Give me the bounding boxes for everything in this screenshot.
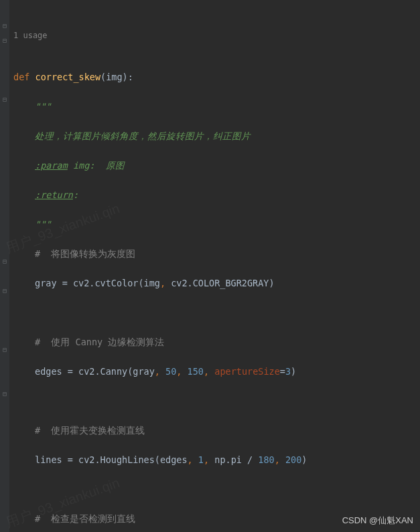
code-editor: ⊟ ⊟ ⊟ ⊟ ⊟ ⊟ ⊟ 1 usage def correct_skew(i…: [0, 0, 420, 532]
fold-icon[interactable]: ⊟: [1, 347, 8, 353]
footer-credit: CSDN @仙魁XAN: [342, 515, 413, 527]
num: 3: [285, 366, 291, 377]
fold-icon[interactable]: ⊟: [1, 391, 8, 397]
code-text: gray = cv2.cvtColor(img: [35, 278, 160, 288]
comment: # 将图像转换为灰度图: [35, 248, 135, 259]
code-area[interactable]: 1 usage def correct_skew(img): """ 处理，计算…: [9, 0, 420, 532]
num: 200: [285, 454, 301, 465]
fold-icon[interactable]: ⊟: [1, 37, 8, 44]
fold-icon[interactable]: ⊟: [1, 96, 8, 103]
fold-icon[interactable]: ⊟: [1, 258, 8, 265]
num: 180: [258, 454, 274, 465]
func-name: correct_skew: [36, 72, 101, 82]
gutter: ⊟ ⊟ ⊟ ⊟ ⊟ ⊟ ⊟: [0, 0, 9, 532]
docstring-open: """: [35, 101, 51, 112]
num: 150: [188, 366, 204, 377]
punct: =: [280, 366, 285, 377]
punct: ,: [160, 278, 171, 288]
doc-param: img: 原图: [68, 160, 125, 171]
code-text: lines = cv2.HoughLines(edges: [35, 454, 188, 465]
code-text: np.pi: [214, 454, 242, 465]
docstring-close: """: [35, 219, 51, 230]
param: img: [106, 72, 122, 82]
num: 1: [198, 454, 204, 465]
doc-return: :: [73, 189, 78, 200]
comment: # 检查是否检测到直线: [35, 513, 135, 524]
kw-def: def: [13, 72, 29, 82]
num: 50: [165, 366, 176, 377]
fold-icon[interactable]: ⊟: [1, 23, 8, 29]
comment: # 使用霍夫变换检测直线: [35, 425, 145, 436]
fold-icon[interactable]: ⊟: [1, 288, 8, 294]
usage-hint[interactable]: 1 usage: [13, 31, 420, 40]
doc-return-tag: :return: [35, 189, 73, 200]
kwarg: apertureSize: [214, 366, 280, 377]
comment: # 使用 Canny 边缘检测算法: [35, 337, 164, 347]
doc-param-tag: :param: [35, 160, 68, 171]
code-text: cv2.COLOR_BGR2GRAY): [171, 278, 274, 288]
doc-line: 处理，计算图片倾斜角度，然后旋转图片，纠正图片: [35, 130, 251, 141]
code-text: edges = cv2.Canny(gray: [35, 366, 155, 377]
